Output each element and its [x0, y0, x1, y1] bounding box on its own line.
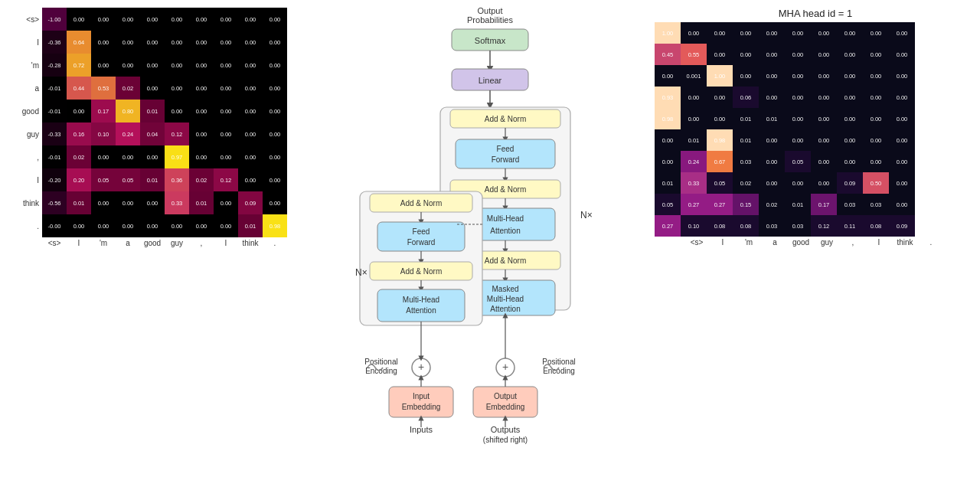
left-col-label: , [189, 239, 214, 247]
left-heatmap-cell: 0.00 [263, 191, 287, 214]
left-heatmap-cell: 0.00 [67, 8, 91, 31]
right-heatmap-cell: 0.00 [811, 87, 837, 108]
left-heatmap-cell: 0.00 [165, 31, 189, 54]
right-heatmap-cell: 0.93 [655, 87, 681, 108]
left-heatmap-cell: 0.00 [165, 8, 189, 31]
right-heatmap-cell: 0.01 [759, 108, 785, 129]
right-col-label: 'm [736, 238, 762, 247]
left-col-label: . [263, 239, 287, 247]
right-heatmap-cell: 0.00 [733, 44, 759, 65]
right-heatmap-cell: 0.98 [655, 108, 681, 129]
right-heatmap-cell: 0.00 [707, 87, 733, 108]
right-heatmap-title: MHA head id = 1 [655, 8, 976, 19]
left-col-label: think [238, 239, 263, 247]
right-heatmap-cell: 0.15 [733, 194, 759, 215]
left-row-label: I [8, 176, 42, 185]
left-heatmap-row: I-0.360.640.000.000.000.000.000.000.000.… [8, 31, 322, 54]
left-col-label: guy [165, 239, 189, 247]
right-heatmap-cell: 0.00 [889, 108, 915, 129]
left-heatmap-cell: 0.00 [238, 100, 263, 122]
left-heatmap-cell: 0.00 [263, 100, 287, 122]
right-heatmap-cell: 0.00 [811, 22, 837, 44]
left-heatmap-cell: 0.00 [238, 31, 263, 54]
right-heatmap-cell: 0.06 [733, 87, 759, 108]
left-heatmap-cell: 0.00 [214, 54, 238, 77]
left-row-label: . [8, 222, 42, 230]
right-heatmap-row: 0.450.550.000.000.000.000.000.000.000.00 [655, 44, 976, 65]
left-heatmap-cell: 0.00 [263, 145, 287, 168]
svg-text:Add & Norm: Add & Norm [400, 199, 442, 207]
left-heatmap-row: I-0.200.200.050.050.010.360.020.120.000.… [8, 168, 322, 191]
right-heatmap-cell: 0.00 [863, 65, 889, 87]
left-col-label: good [140, 239, 165, 247]
right-heatmap-cell: 0.00 [889, 65, 915, 87]
left-col-label: a [116, 239, 140, 247]
svg-text:Add & Norm: Add & Norm [485, 185, 526, 194]
right-heatmap-cell: 0.01 [733, 108, 759, 129]
right-heatmap-cell: 0.00 [681, 22, 707, 44]
right-heatmap-cell: 0.01 [655, 172, 681, 194]
left-heatmap-cell: 0.00 [67, 100, 91, 122]
left-heatmap-cell: 0.00 [238, 168, 263, 191]
left-col-label: I [214, 239, 238, 247]
left-heatmap-cell: -0.33 [42, 122, 67, 145]
right-heatmap-cell: 0.08 [733, 215, 759, 237]
left-heatmap-cell: 0.05 [116, 168, 140, 191]
right-heatmap-cell: 0.08 [863, 215, 889, 237]
left-heatmap-cell: 0.00 [214, 122, 238, 145]
left-heatmap-row: .-0.000.000.000.000.000.000.000.000.010.… [8, 214, 322, 237]
right-heatmap-cell: 0.00 [863, 87, 889, 108]
right-heatmap-cell: 0.00 [759, 129, 785, 151]
right-heatmap-cell: 0.12 [811, 215, 837, 237]
right-col-label: a [762, 238, 788, 247]
right-heatmap-cell: 0.00 [889, 129, 915, 151]
left-heatmap-cell: 0.05 [91, 168, 116, 191]
svg-text:N×: N× [355, 267, 368, 278]
left-row-label: good [8, 107, 42, 116]
left-heatmap-cell: 0.00 [140, 31, 165, 54]
svg-text:Multi-Head: Multi-Head [403, 296, 439, 304]
right-heatmap-cell: 0.09 [889, 215, 915, 237]
right-heatmap-cell: 0.33 [681, 172, 707, 194]
left-heatmap-cell: 0.00 [263, 168, 287, 191]
right-heatmap-cell: 0.01 [733, 129, 759, 151]
right-heatmap-cell: 0.03 [837, 194, 863, 215]
right-heatmap-cell: 0.00 [759, 44, 785, 65]
right-heatmap-cell: 0.17 [811, 194, 837, 215]
left-heatmap-cell: 0.00 [214, 77, 238, 100]
right-col-label: guy [814, 238, 840, 247]
right-heatmap-cell: 0.00 [655, 151, 681, 172]
right-heatmap-cell: 0.05 [707, 172, 733, 194]
right-heatmap-cell: 0.00 [837, 87, 863, 108]
right-col-label: I [710, 238, 736, 247]
svg-text:Attention: Attention [490, 305, 520, 313]
right-heatmap-cell: 0.00 [811, 108, 837, 129]
right-heatmap-cell: 0.09 [837, 172, 863, 194]
left-heatmap-cell: 0.00 [214, 214, 238, 237]
right-heatmap-cell: 0.00 [759, 65, 785, 87]
svg-rect-43 [377, 289, 465, 322]
right-heatmap-cell: 0.03 [759, 215, 785, 237]
right-heatmap-cell: 0.00 [811, 129, 837, 151]
left-heatmap: <s>-1.000.000.000.000.000.000.000.000.00… [8, 8, 322, 247]
right-col-label: good [788, 238, 814, 247]
left-heatmap-cell: -0.56 [42, 191, 67, 214]
left-heatmap-grid: <s>-1.000.000.000.000.000.000.000.000.00… [8, 8, 322, 237]
right-heatmap-cell: 0.00 [837, 22, 863, 44]
right-heatmap-row: 0.930.000.000.060.000.000.000.000.000.00 [655, 87, 976, 108]
svg-text:Add & Norm: Add & Norm [485, 115, 526, 123]
left-heatmap-cell: 0.00 [116, 31, 140, 54]
right-heatmap-row: 0.000.010.980.010.000.000.000.000.000.00 [655, 129, 976, 151]
left-heatmap-cell: 0.09 [238, 191, 263, 214]
left-heatmap-cell: 0.00 [116, 145, 140, 168]
right-heatmap-cell: 0.03 [733, 151, 759, 172]
right-heatmap-row: 0.000.240.670.030.000.050.000.000.000.00 [655, 151, 976, 172]
left-heatmap-cell: 0.00 [238, 122, 263, 145]
svg-text:Embedding: Embedding [402, 403, 441, 411]
left-heatmap-cell: 0.33 [165, 191, 189, 214]
left-row-label: think [8, 199, 42, 207]
right-heatmap-cell: 0.00 [785, 44, 811, 65]
left-heatmap-row: <s>-1.000.000.000.000.000.000.000.000.00… [8, 8, 322, 31]
left-col-label: 'm [91, 239, 116, 247]
right-heatmap-cell: 0.00 [863, 44, 889, 65]
